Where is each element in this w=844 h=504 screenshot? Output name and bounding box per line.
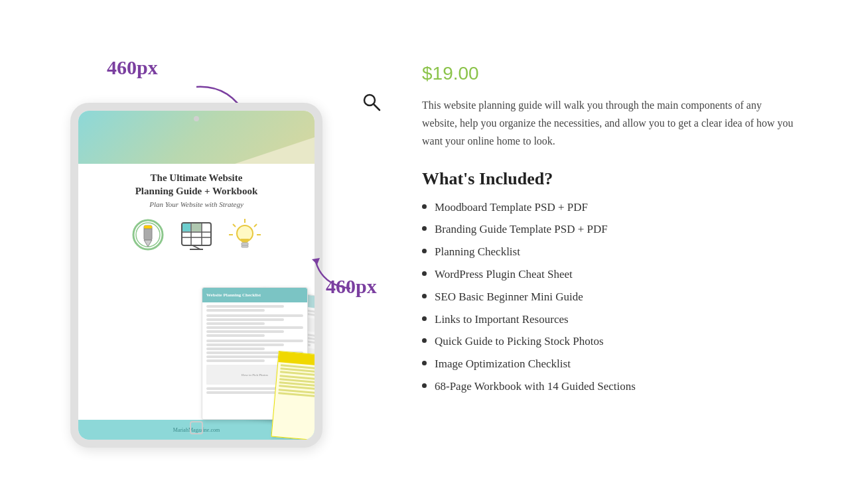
page-container: 460px The Ultimate We (24, 36, 820, 468)
svg-line-20 (233, 224, 236, 227)
list-item: Links to Important Resources (422, 312, 794, 328)
arrow-right-icon (309, 249, 356, 295)
bullet-dot (422, 204, 427, 209)
tablet-book-title: The Ultimate WebsitePlanning Guide + Wor… (92, 172, 301, 198)
list-item: Planning Checklist (422, 244, 794, 260)
list-item-text: SEO Basic Beginner Mini Guide (435, 289, 583, 305)
list-item-text: Image Optimization Checklist (435, 356, 571, 372)
bullet-dot (422, 249, 427, 253)
sheet-yellow-body (275, 362, 322, 403)
tablet-camera (194, 116, 199, 121)
lightbulb-icon (227, 216, 263, 253)
tablet-home-button (190, 421, 203, 434)
bullet-dot (422, 338, 427, 343)
list-item-text: Planning Checklist (435, 244, 520, 260)
price-label: $19.00 (422, 63, 794, 84)
svg-rect-25 (242, 245, 248, 247)
sheet-front-header: Website Planning Checklist (202, 288, 307, 302)
tablet-triangle (235, 137, 315, 164)
tablet-book-subtitle: Plan Your Website with Strategy (92, 200, 301, 208)
list-item: Moodboard Template PSD + PDF (422, 200, 794, 216)
list-item-text: 68-Page Workbook with 14 Guided Sections (435, 379, 636, 395)
list-item: SEO Basic Beginner Mini Guide (422, 289, 794, 305)
tablet-body: The Ultimate WebsitePlanning Guide + Wor… (78, 164, 315, 420)
list-item-text: Quick Guide to Picking Stock Photos (435, 334, 604, 349)
svg-rect-7 (144, 225, 152, 229)
tablet-frame: The Ultimate WebsitePlanning Guide + Wor… (70, 103, 322, 448)
dimension-label-top: 460px (107, 56, 158, 79)
list-item: Branding Guide Template PSD + PDF (422, 221, 794, 237)
svg-line-19 (254, 224, 257, 227)
list-item-text: Moodboard Template PSD + PDF (435, 200, 588, 216)
bullet-dot (422, 271, 427, 276)
list-item: Image Optimization Checklist (422, 356, 794, 372)
list-item-text: Branding Guide Template PSD + PDF (435, 221, 608, 237)
product-description: This website planning guide will walk yo… (422, 96, 794, 151)
bullet-dot (422, 383, 427, 388)
svg-rect-24 (242, 243, 248, 245)
svg-marker-6 (144, 240, 152, 247)
tablet-icons-row (92, 216, 301, 253)
bullet-dot (422, 316, 427, 321)
tablet-content: The Ultimate WebsitePlanning Guide + Wor… (78, 111, 315, 440)
included-list: Moodboard Template PSD + PDFBranding Gui… (422, 200, 794, 395)
list-item: Quick Guide to Picking Stock Photos (422, 334, 794, 349)
sheet-yellow (271, 351, 322, 442)
pages-stack: Stock Photo Quick Guide (202, 267, 322, 440)
list-item: 68-Page Workbook with 14 Guided Sections (422, 379, 794, 395)
screen-grid-icon (178, 216, 215, 253)
pencil-circle-icon (130, 216, 167, 253)
list-item-text: WordPress Plugin Cheat Sheet (435, 267, 573, 283)
bullet-dot (422, 361, 427, 365)
bullet-dot (422, 294, 427, 298)
left-panel: 460px The Ultimate We (50, 56, 382, 448)
list-item-text: Links to Important Resources (435, 312, 569, 328)
svg-rect-14 (182, 223, 190, 231)
whats-included-heading: What's Included? (422, 169, 794, 189)
bullet-dot (422, 226, 427, 231)
list-item: WordPress Plugin Cheat Sheet (422, 267, 794, 283)
right-panel: $19.00 This website planning guide will … (422, 56, 794, 401)
svg-rect-15 (192, 223, 201, 231)
